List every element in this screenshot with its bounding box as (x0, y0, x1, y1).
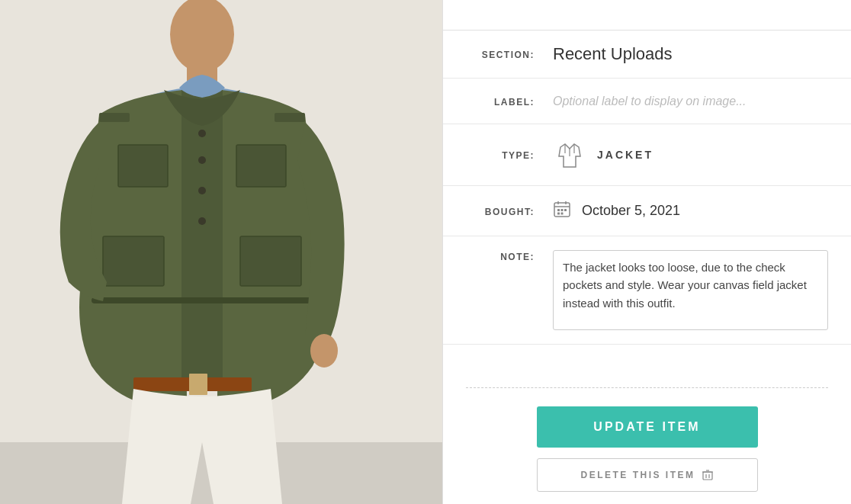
svg-rect-23 (557, 209, 560, 211)
svg-point-10 (198, 156, 206, 164)
svg-point-12 (198, 217, 206, 225)
svg-rect-26 (557, 213, 560, 215)
note-textarea[interactable]: The jacket looks too loose, due to the c… (553, 250, 828, 330)
date-wrapper: October 5, 2021 (553, 200, 680, 222)
svg-point-16 (310, 334, 338, 368)
jacket-icon (553, 138, 586, 172)
svg-rect-17 (99, 113, 130, 122)
delete-button-label: DELETE THIS ITEM (580, 470, 695, 480)
type-label: TYPE: (466, 149, 535, 161)
svg-rect-25 (564, 209, 567, 211)
label-input[interactable] (553, 95, 828, 108)
svg-rect-7 (103, 236, 164, 286)
section-label: SECTION: (466, 48, 535, 60)
divider (466, 387, 828, 388)
svg-rect-15 (189, 374, 207, 395)
photo-panel (0, 0, 442, 504)
label-label: LABEL: (466, 95, 535, 108)
svg-rect-18 (275, 113, 305, 122)
clothing-photo (0, 0, 442, 504)
top-bar (443, 0, 851, 30)
svg-rect-6 (236, 145, 286, 187)
calendar-icon (553, 200, 571, 222)
svg-point-9 (198, 130, 206, 137)
photo-svg (0, 0, 442, 504)
note-label: NOTE: (466, 250, 535, 262)
bought-row: BOUGHT: October 5, 2021 (443, 186, 851, 236)
trash-icon (702, 469, 714, 481)
note-row: NOTE: The jacket looks too loose, due to… (443, 236, 851, 345)
form-section: SECTION: LABEL: TYPE: JACKET (443, 30, 851, 384)
type-wrapper: JACKET (553, 138, 654, 172)
section-input[interactable] (553, 44, 828, 64)
detail-panel: SECTION: LABEL: TYPE: JACKET (442, 0, 851, 504)
type-row: TYPE: JACKET (443, 124, 851, 186)
section-row: SECTION: (443, 30, 851, 79)
delete-button[interactable]: DELETE THIS ITEM (537, 458, 758, 492)
svg-rect-5 (118, 145, 168, 187)
button-area: UPDATE ITEM DELETE THIS ITEM (443, 391, 851, 504)
svg-rect-13 (92, 297, 313, 303)
svg-rect-24 (561, 209, 564, 211)
label-row: LABEL: (443, 79, 851, 124)
svg-rect-8 (240, 236, 301, 286)
svg-point-11 (198, 187, 206, 194)
bought-label: BOUGHT: (466, 205, 535, 217)
update-button[interactable]: UPDATE ITEM (537, 406, 758, 448)
bought-date: October 5, 2021 (582, 203, 680, 219)
type-value: JACKET (597, 149, 654, 161)
svg-rect-27 (561, 213, 564, 215)
svg-rect-28 (703, 472, 712, 480)
